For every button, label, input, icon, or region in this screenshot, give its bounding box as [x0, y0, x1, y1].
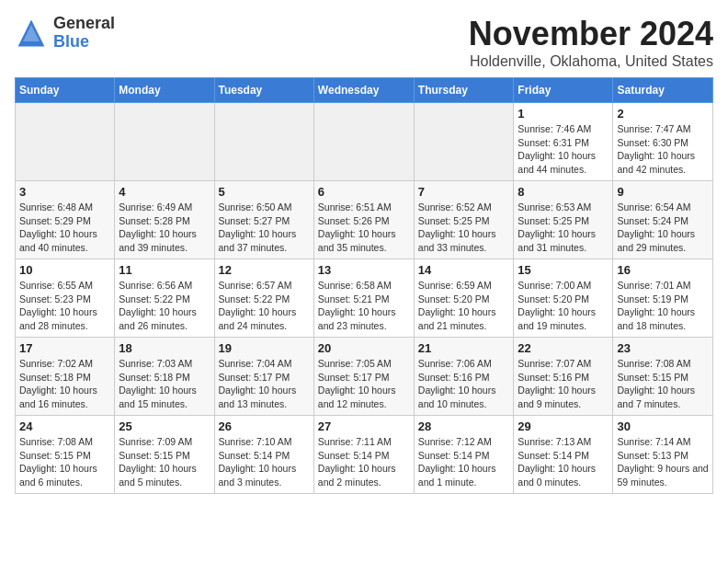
month-title: November 2024	[469, 15, 713, 53]
calendar-week-row: 1Sunrise: 7:46 AM Sunset: 6:31 PM Daylig…	[16, 103, 713, 181]
calendar-cell: 28Sunrise: 7:12 AM Sunset: 5:14 PM Dayli…	[414, 416, 514, 494]
calendar-cell: 23Sunrise: 7:08 AM Sunset: 5:15 PM Dayli…	[613, 338, 713, 416]
day-info: Sunrise: 7:47 AM Sunset: 6:30 PM Dayligh…	[617, 122, 709, 177]
day-info: Sunrise: 7:00 AM Sunset: 5:20 PM Dayligh…	[518, 279, 609, 333]
day-info: Sunrise: 6:59 AM Sunset: 5:20 PM Dayligh…	[418, 279, 510, 333]
calendar-cell: 27Sunrise: 7:11 AM Sunset: 5:14 PM Dayli…	[313, 416, 414, 494]
calendar-cell: 6Sunrise: 6:51 AM Sunset: 5:26 PM Daylig…	[313, 181, 414, 259]
calendar-cell: 25Sunrise: 7:09 AM Sunset: 5:15 PM Dayli…	[115, 416, 214, 494]
day-number: 6	[318, 185, 410, 199]
day-number: 7	[418, 185, 510, 199]
calendar-cell: 15Sunrise: 7:00 AM Sunset: 5:20 PM Dayli…	[514, 259, 613, 338]
calendar-table: SundayMondayTuesdayWednesdayThursdayFrid…	[15, 77, 713, 494]
day-of-week-header: Monday	[115, 78, 214, 103]
day-info: Sunrise: 7:11 AM Sunset: 5:14 PM Dayligh…	[318, 435, 410, 489]
day-number: 23	[617, 341, 709, 355]
day-info: Sunrise: 7:04 AM Sunset: 5:17 PM Dayligh…	[219, 357, 310, 411]
calendar-cell: 13Sunrise: 6:58 AM Sunset: 5:21 PM Dayli…	[313, 259, 414, 338]
location-title: Holdenville, Oklahoma, United States	[469, 53, 713, 70]
calendar-cell: 26Sunrise: 7:10 AM Sunset: 5:14 PM Dayli…	[214, 416, 313, 494]
day-number: 20	[318, 341, 410, 355]
day-number: 11	[119, 263, 210, 277]
day-info: Sunrise: 7:06 AM Sunset: 5:16 PM Dayligh…	[418, 357, 510, 411]
calendar-cell: 22Sunrise: 7:07 AM Sunset: 5:16 PM Dayli…	[514, 338, 613, 416]
day-info: Sunrise: 6:51 AM Sunset: 5:26 PM Dayligh…	[318, 201, 410, 255]
calendar-week-row: 3Sunrise: 6:48 AM Sunset: 5:29 PM Daylig…	[16, 181, 713, 259]
day-of-week-header: Friday	[514, 78, 613, 103]
day-info: Sunrise: 6:50 AM Sunset: 5:27 PM Dayligh…	[219, 201, 310, 255]
calendar-cell: 24Sunrise: 7:08 AM Sunset: 5:15 PM Dayli…	[16, 416, 115, 494]
calendar-cell: 1Sunrise: 7:46 AM Sunset: 6:31 PM Daylig…	[514, 103, 613, 181]
day-number: 27	[318, 419, 410, 433]
day-number: 4	[119, 185, 210, 199]
day-info: Sunrise: 6:49 AM Sunset: 5:28 PM Dayligh…	[119, 201, 210, 255]
calendar-cell: 20Sunrise: 7:05 AM Sunset: 5:17 PM Dayli…	[313, 338, 414, 416]
day-number: 25	[119, 419, 210, 433]
day-info: Sunrise: 7:10 AM Sunset: 5:14 PM Dayligh…	[219, 435, 310, 489]
day-number: 15	[518, 263, 609, 277]
logo-text: General Blue	[53, 15, 115, 52]
day-number: 21	[418, 341, 510, 355]
calendar-cell: 4Sunrise: 6:49 AM Sunset: 5:28 PM Daylig…	[115, 181, 214, 259]
day-of-week-header: Sunday	[16, 78, 115, 103]
calendar-cell: 17Sunrise: 7:02 AM Sunset: 5:18 PM Dayli…	[16, 338, 115, 416]
day-number: 28	[418, 419, 510, 433]
calendar-cell: 16Sunrise: 7:01 AM Sunset: 5:19 PM Dayli…	[613, 259, 713, 338]
calendar-cell	[115, 103, 214, 181]
logo-icon	[15, 17, 48, 50]
title-block: November 2024 Holdenville, Oklahoma, Uni…	[469, 15, 713, 70]
day-info: Sunrise: 7:07 AM Sunset: 5:16 PM Dayligh…	[518, 357, 609, 411]
day-of-week-header: Wednesday	[313, 78, 414, 103]
calendar-cell: 29Sunrise: 7:13 AM Sunset: 5:14 PM Dayli…	[514, 416, 613, 494]
day-info: Sunrise: 6:52 AM Sunset: 5:25 PM Dayligh…	[418, 201, 510, 255]
day-info: Sunrise: 6:56 AM Sunset: 5:22 PM Dayligh…	[119, 279, 210, 333]
day-number: 18	[119, 341, 210, 355]
day-of-week-header: Saturday	[613, 78, 713, 103]
day-number: 3	[19, 185, 110, 199]
page-header: General Blue November 2024 Holdenville, …	[15, 15, 713, 70]
calendar-header-row: SundayMondayTuesdayWednesdayThursdayFrid…	[16, 78, 713, 103]
calendar-cell: 19Sunrise: 7:04 AM Sunset: 5:17 PM Dayli…	[214, 338, 313, 416]
day-of-week-header: Thursday	[414, 78, 514, 103]
calendar-cell	[16, 103, 115, 181]
day-number: 13	[318, 263, 410, 277]
calendar-cell: 7Sunrise: 6:52 AM Sunset: 5:25 PM Daylig…	[414, 181, 514, 259]
calendar-week-row: 24Sunrise: 7:08 AM Sunset: 5:15 PM Dayli…	[16, 416, 713, 494]
day-info: Sunrise: 7:09 AM Sunset: 5:15 PM Dayligh…	[119, 435, 210, 489]
day-info: Sunrise: 7:01 AM Sunset: 5:19 PM Dayligh…	[617, 279, 709, 333]
day-number: 14	[418, 263, 510, 277]
calendar-cell: 30Sunrise: 7:14 AM Sunset: 5:13 PM Dayli…	[613, 416, 713, 494]
day-number: 24	[19, 419, 110, 433]
day-number: 8	[518, 185, 609, 199]
calendar-week-row: 17Sunrise: 7:02 AM Sunset: 5:18 PM Dayli…	[16, 338, 713, 416]
day-info: Sunrise: 7:03 AM Sunset: 5:18 PM Dayligh…	[119, 357, 210, 411]
calendar-cell: 2Sunrise: 7:47 AM Sunset: 6:30 PM Daylig…	[613, 103, 713, 181]
day-info: Sunrise: 7:02 AM Sunset: 5:18 PM Dayligh…	[19, 357, 110, 411]
day-info: Sunrise: 7:12 AM Sunset: 5:14 PM Dayligh…	[418, 435, 510, 489]
calendar-cell: 9Sunrise: 6:54 AM Sunset: 5:24 PM Daylig…	[613, 181, 713, 259]
day-info: Sunrise: 7:13 AM Sunset: 5:14 PM Dayligh…	[518, 435, 609, 489]
day-info: Sunrise: 7:46 AM Sunset: 6:31 PM Dayligh…	[518, 122, 609, 177]
day-info: Sunrise: 7:14 AM Sunset: 5:13 PM Dayligh…	[617, 435, 709, 489]
calendar-cell	[414, 103, 514, 181]
day-number: 17	[19, 341, 110, 355]
day-info: Sunrise: 6:58 AM Sunset: 5:21 PM Dayligh…	[318, 279, 410, 333]
day-info: Sunrise: 7:08 AM Sunset: 5:15 PM Dayligh…	[617, 357, 709, 411]
calendar-week-row: 10Sunrise: 6:55 AM Sunset: 5:23 PM Dayli…	[16, 259, 713, 338]
calendar-cell: 12Sunrise: 6:57 AM Sunset: 5:22 PM Dayli…	[214, 259, 313, 338]
day-number: 12	[219, 263, 310, 277]
day-number: 9	[617, 185, 709, 199]
calendar-cell	[214, 103, 313, 181]
calendar-cell: 18Sunrise: 7:03 AM Sunset: 5:18 PM Dayli…	[115, 338, 214, 416]
calendar-cell: 8Sunrise: 6:53 AM Sunset: 5:25 PM Daylig…	[514, 181, 613, 259]
day-number: 22	[518, 341, 609, 355]
calendar-cell: 11Sunrise: 6:56 AM Sunset: 5:22 PM Dayli…	[115, 259, 214, 338]
day-number: 5	[219, 185, 310, 199]
day-number: 16	[617, 263, 709, 277]
day-info: Sunrise: 6:55 AM Sunset: 5:23 PM Dayligh…	[19, 279, 110, 333]
calendar-cell: 3Sunrise: 6:48 AM Sunset: 5:29 PM Daylig…	[16, 181, 115, 259]
day-number: 26	[219, 419, 310, 433]
day-info: Sunrise: 7:05 AM Sunset: 5:17 PM Dayligh…	[318, 357, 410, 411]
calendar-cell	[313, 103, 414, 181]
day-number: 1	[518, 107, 609, 121]
